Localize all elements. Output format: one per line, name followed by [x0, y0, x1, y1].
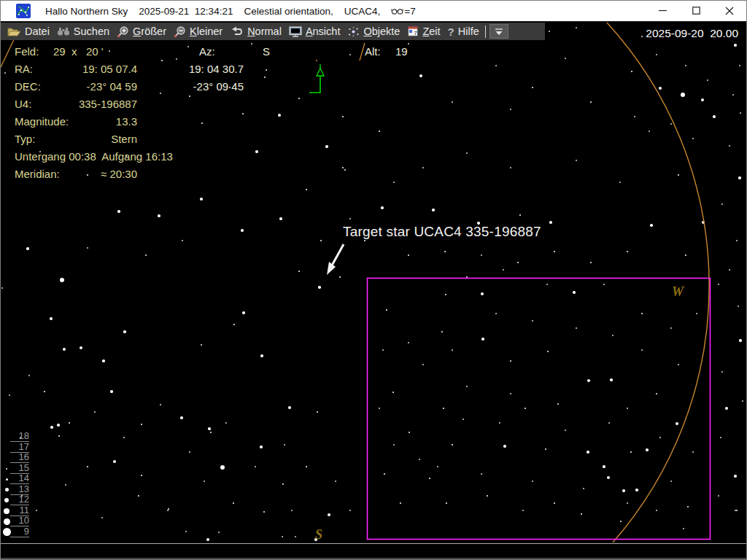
window-title-app: Hallo Northern Sky: [45, 6, 128, 17]
target-annotation: Target star UCAC4 335-196887: [343, 224, 541, 240]
menu-item-zeit[interactable]: 7Zeit: [404, 24, 444, 39]
maximize-icon: [692, 7, 700, 15]
window-title-catalog: UCAC4,: [344, 6, 381, 17]
window-title-fov: =7: [404, 6, 415, 17]
grid-line-segment: [360, 43, 365, 61]
horizon-arc: [607, 23, 709, 542]
menu-item-datei[interactable]: Datei: [4, 24, 54, 39]
menu-item-label: Kleiner: [190, 26, 222, 37]
window-controls: [646, 0, 746, 21]
menu-item-suchen[interactable]: Suchen: [54, 24, 114, 39]
orientation-marker-icon: [309, 64, 324, 93]
toolbar-overflow-button[interactable]: [489, 24, 508, 39]
menu-bar: DateiSuchenGrößerKleinerNormalAnsichtObj…: [0, 23, 545, 40]
undo-arrow-icon: [230, 26, 244, 37]
menu-item-hilfe[interactable]: ?Hilfe: [445, 24, 484, 39]
sky-chart[interactable]: Feld:29 x 20 'RA:19: 05 07.419: 04 30.7D…: [0, 0, 747, 543]
menu-separator: [485, 26, 486, 38]
deep-sky-icon: [347, 26, 360, 37]
menu-item-objekte[interactable]: Objekte: [344, 24, 404, 39]
close-button[interactable]: [713, 0, 746, 21]
glasses-icon: [391, 7, 403, 15]
calendar-icon: 7: [407, 26, 419, 37]
window-title: Hallo Northern Sky 2025-09-21 12:34:21 C…: [45, 0, 416, 22]
zoom-in-icon: [117, 26, 129, 38]
chart-datetime: 2025-09-20 20.00: [629, 27, 738, 40]
compass-label-south: S: [315, 527, 322, 542]
menu-item-label: Größer: [133, 26, 166, 37]
alt-label: Alt:: [365, 45, 381, 58]
alt-value: 19: [395, 45, 408, 58]
menu-item-normal[interactable]: Normal: [227, 24, 286, 39]
app-icon: [16, 4, 31, 18]
menu-item-label: Datei: [25, 26, 50, 37]
menu-item-label: Normal: [247, 26, 282, 37]
az-label: Az:: [199, 45, 215, 58]
status-bar: [0, 543, 747, 560]
maximize-button[interactable]: [679, 0, 713, 21]
window-title-orientation: Celestial orientation,: [244, 6, 333, 17]
monitor-icon: [289, 26, 302, 37]
minimize-button[interactable]: [646, 0, 679, 21]
chevron-down-icon: [494, 28, 504, 36]
window-title-datetime: 2025-09-21 12:34:21: [139, 6, 233, 17]
menu-item-label: Zeit: [422, 26, 440, 37]
compass-label-west: W: [672, 284, 684, 300]
zoom-out-icon: [174, 26, 186, 38]
svg-text:7: 7: [414, 30, 418, 36]
faint-object-dot: [316, 60, 317, 61]
question-icon: ?: [448, 26, 454, 38]
menu-item-label: Ansicht: [306, 26, 341, 37]
menu-item-label: Hilfe: [458, 26, 479, 37]
open-folder-icon: [7, 26, 21, 37]
title-bar: Hallo Northern Sky 2025-09-21 12:34:21 C…: [0, 0, 747, 22]
minimize-icon: [659, 7, 667, 15]
close-icon: [725, 7, 734, 15]
az-value: S: [263, 45, 270, 58]
menu-item-ansicht[interactable]: Ansicht: [286, 24, 345, 39]
chart-overlay: [0, 0, 747, 543]
menu-item-kleiner[interactable]: Kleiner: [171, 24, 227, 39]
menu-item-label: Suchen: [74, 26, 109, 37]
menu-item-groesser[interactable]: Größer: [114, 24, 171, 39]
target-arrow-icon: [327, 244, 344, 275]
menu-item-label: Objekte: [363, 26, 400, 37]
fov-rectangle: [368, 279, 711, 540]
binoculars-icon: [57, 26, 70, 36]
